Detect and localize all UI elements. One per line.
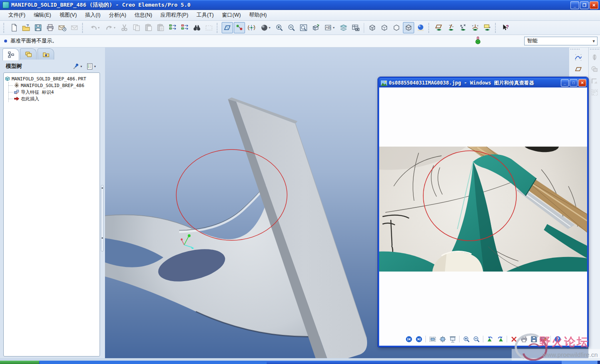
redo-button[interactable] [103, 22, 118, 33]
menu-edit[interactable]: 编辑(E) [30, 10, 55, 20]
restore-button[interactable]: ❐ [580, 1, 589, 9]
tree-item-csys-feature[interactable]: MANIFOLD_SOLID_BREP_486 [5, 82, 99, 89]
taskbar[interactable] [0, 361, 600, 364]
menu-insert[interactable]: 插入(I) [81, 10, 105, 20]
main-toolbar: AB? [0, 21, 600, 35]
viewer-print-button[interactable] [519, 334, 529, 344]
datum-display-button[interactable] [222, 22, 233, 33]
corner-button[interactable] [589, 75, 600, 87]
menu-help[interactable]: 帮助(H) [245, 10, 271, 20]
merge-button[interactable] [589, 52, 600, 63]
copy-button[interactable] [131, 22, 142, 33]
layers-tab[interactable] [20, 48, 37, 60]
viewer-save-button[interactable] [529, 334, 539, 344]
selection-filter-dropdown[interactable]: 智能 ▼ [524, 37, 598, 45]
minimize-button[interactable]: _ [570, 1, 579, 9]
toolbar-grip[interactable] [570, 49, 580, 50]
tree-item-insert-here[interactable]: 在此插入 [5, 95, 99, 102]
previous-image-button[interactable] [404, 334, 414, 344]
viewer-zoom-in-button[interactable] [461, 334, 471, 344]
menu-view[interactable]: 视图(V) [55, 10, 81, 20]
selection-filter-button[interactable] [234, 22, 245, 33]
open-button[interactable] [20, 22, 32, 33]
regeneration-traffic-light-icon[interactable] [474, 36, 482, 46]
menu-file[interactable]: 文件(F) [4, 10, 30, 20]
picture-viewer-window[interactable]: 0s0885504031IMAG0038.jpg - Windows 图片和传真… [378, 77, 588, 347]
zoom-in-button[interactable] [274, 22, 285, 33]
message-bar: 基准平面将不显示。 智能 ▼ [0, 35, 600, 47]
rotate-cw-button[interactable] [495, 334, 505, 344]
cut-button[interactable] [119, 22, 130, 33]
zoom-out-button[interactable] [286, 22, 297, 33]
chevron-down-icon[interactable]: ▼ [590, 39, 597, 43]
actual-size-button[interactable] [438, 334, 448, 344]
csys-display-button[interactable] [470, 22, 481, 33]
viewer-close-button[interactable]: ✕ [578, 79, 586, 87]
splitter-handle[interactable] [101, 185, 104, 252]
viewer-titlebar[interactable]: 0s0885504031IMAG0038.jpg - Windows 图片和传真… [379, 78, 587, 87]
enhanced-realism-button[interactable] [415, 22, 426, 33]
start-button[interactable] [0, 361, 39, 364]
tree-item-import-feature[interactable]: 导入特征 标识4 [5, 89, 99, 95]
spin-center-button[interactable] [246, 22, 257, 33]
regenerate-button[interactable] [167, 22, 178, 33]
taskbar-tray[interactable] [562, 361, 598, 364]
menu-analysis[interactable]: 分析(A) [105, 10, 130, 20]
slideshow-button[interactable] [448, 334, 458, 344]
refit-button[interactable] [298, 22, 309, 33]
shaded-button[interactable] [403, 22, 414, 33]
boolean-button[interactable] [589, 63, 600, 75]
tree-item-part[interactable]: MANIFOLD_SOLID_BREP_486.PRT [5, 75, 99, 82]
tree-settings-menu-button[interactable] [86, 63, 96, 70]
menu-info[interactable]: 信息(N) [130, 10, 156, 20]
new-file-button[interactable] [8, 22, 20, 33]
paste-button[interactable] [143, 22, 154, 33]
plane-display-button[interactable] [433, 22, 445, 33]
undo-button[interactable] [87, 22, 102, 33]
axis-display-button[interactable] [445, 22, 457, 33]
tree-item-label: MANIFOLD_SOLID_BREP_486.PRT [12, 76, 86, 82]
close-button[interactable]: ✕ [590, 1, 598, 9]
auto-regenerate-button[interactable] [179, 22, 190, 33]
viewer-help-button[interactable]: ? [552, 334, 562, 344]
shade-style-button[interactable] [258, 22, 273, 33]
menu-applications[interactable]: 应用程序(P) [156, 10, 192, 20]
next-image-button[interactable] [414, 334, 424, 344]
favorites-tab[interactable] [38, 48, 54, 60]
paste-special-button[interactable] [155, 22, 166, 33]
tree-show-menu-button[interactable] [72, 63, 82, 70]
menu-window[interactable]: 窗口(W) [218, 10, 245, 20]
context-help-button[interactable]: ? [500, 22, 511, 33]
select-region-button[interactable] [203, 22, 215, 33]
rotate-ccw-button[interactable] [485, 334, 495, 344]
pattern-button[interactable] [589, 87, 600, 98]
print-button[interactable] [45, 22, 56, 33]
toolbar-grip[interactable] [590, 49, 599, 50]
best-fit-button[interactable] [428, 334, 438, 344]
menu-tools[interactable]: 工具(T) [192, 10, 218, 20]
edit-button[interactable] [539, 334, 549, 344]
style-curve-button[interactable] [573, 52, 584, 63]
viewer-maximize-button[interactable]: □ [570, 79, 578, 87]
annotation-display-button[interactable] [482, 22, 493, 33]
saved-views-button[interactable]: AB [322, 22, 337, 33]
find-button[interactable] [191, 22, 202, 33]
viewer-zoom-out-button[interactable] [471, 334, 481, 344]
layers-button[interactable] [338, 22, 349, 33]
hidden-line-button[interactable] [379, 22, 390, 33]
model-tree-tab[interactable] [2, 48, 19, 60]
save-button[interactable] [32, 22, 44, 33]
no-hidden-button[interactable] [391, 22, 402, 33]
style-plane-button[interactable] [573, 63, 584, 75]
selection-filter-value: 智能 [525, 37, 590, 45]
email-button[interactable] [57, 22, 68, 33]
delete-button[interactable] [509, 334, 519, 344]
viewer-minimize-button[interactable]: _ [561, 79, 569, 87]
email-link-button[interactable] [69, 22, 80, 33]
reorient-button[interactable] [310, 22, 321, 33]
wireframe-button[interactable] [367, 22, 378, 33]
view-manager-button[interactable] [350, 22, 361, 33]
taskbar-button[interactable] [40, 361, 267, 364]
point-display-button[interactable] [458, 22, 469, 33]
panel-splitter[interactable] [100, 47, 105, 358]
